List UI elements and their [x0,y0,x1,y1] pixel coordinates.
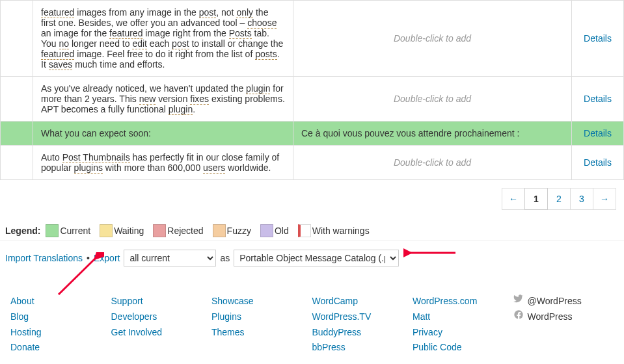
page-number[interactable]: 3 [570,188,593,210]
footer-col-4: WordCampWordPress.TVBuddyPressbbPress [312,294,413,356]
legend-item: Current [46,224,90,237]
footer-link[interactable]: BuddyPress [312,325,413,341]
table-row: What you can expect soon:Ce à quoi vous … [1,122,624,146]
legend-item: Fuzzy [213,224,251,237]
export-link[interactable]: Export [94,253,120,263]
legend-item-label: Old [275,226,289,236]
translation-table: featured images from any image in the po… [0,0,624,180]
legend-swatch [46,224,59,237]
source-text[interactable]: featured images from any image in the po… [33,1,293,77]
footer-link[interactable]: Developers [111,309,212,325]
footer-col-3: ShowcasePluginsThemes [211,294,312,356]
footer-link[interactable]: WordPress.TV [312,309,413,325]
target-text[interactable]: Double-click to add [293,77,572,122]
as-label: as [220,253,230,263]
footer-link[interactable]: Support [111,294,212,309]
legend-item-label: Current [60,226,90,236]
export-scope-select[interactable]: all current [124,250,216,266]
legend-label: Legend: [5,226,40,236]
export-row: Import Translations • Export all current… [0,240,624,281]
legend-swatch [260,224,273,237]
row-checkbox-cell [1,146,33,180]
footer-link[interactable]: Donate [10,340,111,356]
legend-item: With warnings [298,224,370,237]
footer-link[interactable]: Hosting [10,325,111,341]
row-checkbox-cell [1,122,33,146]
footer-col-1: AboutBlogHostingDonate [10,294,111,356]
page-next[interactable]: → [593,188,616,210]
footer-link[interactable]: Get Involved [111,325,212,341]
facebook-icon [513,309,524,325]
source-text[interactable]: As you've already noticed, we haven't up… [33,77,293,122]
footer-social-link[interactable]: @WordPress [513,294,614,309]
page-prev[interactable]: ← [502,188,525,210]
table-row: As you've already noticed, we haven't up… [1,77,624,122]
footer-link[interactable]: Public Code [413,340,513,356]
source-text[interactable]: What you can expect soon: [33,122,293,146]
source-text[interactable]: Auto Post Thumbnails has perfectly fit i… [33,146,293,180]
export-format-select[interactable]: Portable Object Message Catalog (.po/.po… [234,250,399,266]
footer-social-label: WordPress [528,309,573,325]
details-link[interactable]: Details [584,94,612,104]
target-text[interactable]: Double-click to add [293,146,572,180]
legend-swatch [100,224,113,237]
footer-link[interactable]: Showcase [211,294,312,309]
footer-col-social: @WordPressWordPress [513,294,614,356]
footer-link[interactable]: Privacy [413,325,513,341]
legend-item-label: With warnings [312,226,370,236]
row-checkbox-cell [1,77,33,122]
details-link[interactable]: Details [584,33,612,44]
footer-link[interactable]: WordPress.com [413,294,513,309]
footer-social-label: @WordPress [528,294,582,309]
footer-social-link[interactable]: WordPress [513,309,614,325]
legend-item: Rejected [153,224,203,237]
legend-item-label: Fuzzy [227,226,251,236]
footer: AboutBlogHostingDonate SupportDevelopers… [0,281,624,356]
footer-link[interactable]: WordCamp [312,294,413,309]
details-link[interactable]: Details [584,157,612,168]
page-number: 1 [524,188,548,210]
legend-item: Old [260,224,289,237]
row-checkbox-cell [1,1,33,77]
legend-item-label: Waiting [114,226,144,236]
legend-item: Waiting [100,224,144,237]
legend-swatch [153,224,166,237]
footer-col-5: WordPress.comMattPrivacyPublic Code [413,294,513,356]
footer-link[interactable]: About [10,294,111,309]
twitter-icon [513,294,524,309]
legend-item-label: Rejected [167,226,203,236]
target-text[interactable]: Ce à quoi vous pouvez vous attendre proc… [293,122,572,146]
separator-dot: • [87,253,90,263]
annotation-arrow-format [403,247,455,259]
legend-swatch [298,224,311,237]
footer-link[interactable]: Themes [211,325,312,341]
footer-col-2: SupportDevelopersGet Involved [111,294,212,356]
footer-link[interactable]: bbPress [312,340,413,356]
table-row: featured images from any image in the po… [1,1,624,77]
page-number[interactable]: 2 [547,188,571,210]
legend: Legend: CurrentWaitingRejectedFuzzyOldWi… [0,218,624,240]
footer-link[interactable]: Blog [10,309,111,325]
details-link[interactable]: Details [584,128,612,138]
pagination: ←123→ [0,180,624,218]
target-text[interactable]: Double-click to add [293,1,572,77]
import-translations-link[interactable]: Import Translations [5,253,83,263]
legend-swatch [213,224,226,237]
footer-link[interactable]: Matt [413,309,513,325]
table-row: Auto Post Thumbnails has perfectly fit i… [1,146,624,180]
footer-link[interactable]: Plugins [211,309,312,325]
